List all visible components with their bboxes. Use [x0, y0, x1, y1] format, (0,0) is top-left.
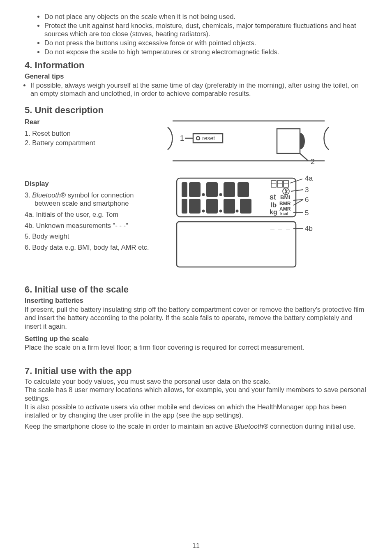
svg-point-18 [202, 210, 205, 213]
svg-point-11 [202, 193, 205, 196]
general-tips-list: If possible, always weigh yourself at th… [30, 81, 367, 98]
svg-rect-15 [238, 182, 249, 197]
svg-text:lb: lb [270, 201, 277, 209]
rear-item-2: 2. Battery compartment [25, 139, 160, 147]
svg-rect-23 [240, 199, 251, 214]
svg-text:– – –: – – – [270, 224, 291, 232]
heading-unit-description: 5. Unit description [25, 105, 367, 116]
heading-information: 4. Information [25, 60, 367, 71]
subhead-setting-up: Setting up the scale [25, 334, 367, 343]
heading-initial-use-app: 7. Initial use with the app [25, 366, 367, 376]
svg-text:BMR: BMR [279, 201, 291, 207]
svg-rect-16 [182, 199, 187, 214]
intro-bullets: Do not place any objects on the scale wh… [44, 12, 367, 56]
callout-4b: 4b [305, 225, 313, 232]
subhead-inserting-batteries: Inserting batteries [25, 296, 367, 305]
diag-num-2: 2 [311, 158, 315, 166]
callout-4a: 4a [305, 176, 313, 182]
svg-rect-21 [224, 199, 235, 214]
display-item-4b: 4b. Unknown measurements "- - -" [25, 221, 168, 230]
rear-item-1: 1. Reset button [25, 129, 160, 138]
callout-6: 6 [305, 196, 309, 204]
setting-up-text: Place the scale on a firm level floor; a… [25, 343, 367, 352]
bullet: Do not place any objects on the scale wh… [44, 12, 367, 21]
svg-rect-5 [277, 129, 300, 153]
svg-rect-14 [224, 182, 235, 197]
svg-line-40 [291, 190, 303, 191]
subhead-rear: Rear [25, 118, 160, 126]
inserting-batteries-text: If present, pull the battery insulating … [25, 305, 367, 331]
heading-initial-use-scale: 6. Initial use of the scale [25, 284, 367, 295]
bullet: Do not expose the scale to high temperat… [44, 48, 367, 56]
svg-point-22 [236, 210, 239, 213]
display-item-6: 6. Body data e.g. BMI, body fat, AMR etc… [25, 243, 168, 252]
callout-5: 5 [305, 209, 309, 217]
svg-rect-17 [189, 199, 201, 214]
svg-point-20 [219, 210, 222, 213]
svg-text:BMI: BMI [280, 194, 290, 200]
subhead-display: Display [25, 179, 168, 188]
display-diagram: st lb kg BMI BMR AMR kcal – – – 4a [173, 176, 321, 270]
app-p4: Keep the smartphone close to the scale i… [25, 422, 367, 431]
display-item-3: 3. Bluetooth® symbol for connection betw… [25, 191, 168, 208]
svg-rect-9 [182, 182, 187, 197]
diag-num-1: 1 [180, 134, 184, 142]
svg-text:kcal: kcal [280, 211, 288, 216]
bullet: Do not press the buttons using excessive… [44, 39, 367, 47]
svg-text:st: st [270, 193, 276, 201]
display-item-5: 5. Body weight [25, 232, 168, 241]
page-number: 11 [0, 542, 392, 550]
svg-rect-19 [206, 199, 218, 214]
svg-line-6 [300, 153, 308, 161]
general-tip: If possible, always weigh yourself at th… [30, 81, 367, 98]
svg-point-3 [196, 137, 200, 140]
app-p3: It is also possible to activate users vi… [25, 403, 367, 420]
rear-diagram: 1 reset 2 [160, 115, 333, 168]
svg-rect-12 [206, 182, 218, 197]
app-p1: To calculate your body values, you must … [25, 377, 367, 386]
subhead-general-tips: General tips [25, 72, 367, 81]
display-item-4a: 4a. Initials of the user, e.g. Tom [25, 210, 168, 219]
svg-point-13 [219, 193, 222, 196]
svg-text:AMR: AMR [279, 206, 291, 212]
app-p2: The scale has 8 user memory locations wh… [25, 385, 367, 402]
svg-rect-10 [189, 182, 201, 197]
bullet: Protect the unit against hard knocks, mo… [44, 21, 367, 38]
svg-text:kg: kg [270, 209, 277, 216]
diag-reset-label: reset [202, 135, 215, 142]
callout-3: 3 [305, 186, 309, 194]
